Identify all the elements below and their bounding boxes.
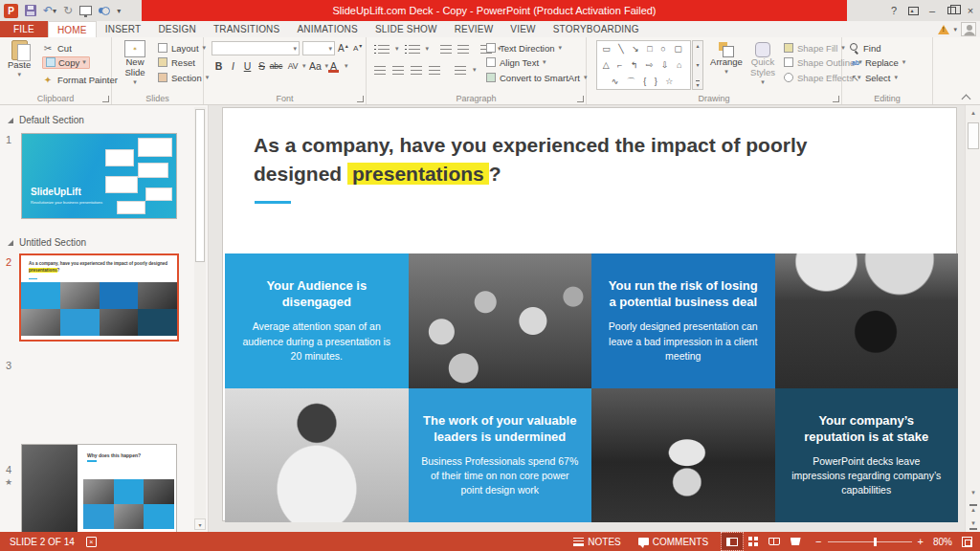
tab-view[interactable]: VIEW <box>501 21 544 37</box>
zoom-out-button[interactable]: − <box>815 536 821 547</box>
zoom-slider[interactable] <box>828 541 912 542</box>
zoom-slider-thumb[interactable] <box>874 538 877 546</box>
scroll-down-button[interactable]: ▾ <box>966 485 980 499</box>
tab-review[interactable]: REVIEW <box>446 21 502 37</box>
photo-thumbs-down[interactable] <box>591 388 775 523</box>
grow-font-button[interactable]: A▴ <box>338 41 348 55</box>
numbering-icon[interactable] <box>409 45 420 54</box>
shapes-more-icon[interactable]: ▾ <box>696 80 699 88</box>
align-left-icon[interactable] <box>374 66 386 75</box>
replace-button[interactable]: ab Replace ▾ <box>850 55 905 69</box>
drawing-dialog-launcher[interactable] <box>833 96 839 102</box>
new-slide-button[interactable]: ✶ New Slide ▾ <box>120 40 150 86</box>
tab-file[interactable]: FILE <box>0 21 48 37</box>
ribbon-display-options-button[interactable] <box>903 0 923 21</box>
tab-insert[interactable]: INSERT <box>97 21 150 37</box>
reading-view-button[interactable] <box>764 533 785 550</box>
slide-1-thumbnail[interactable]: SlideUpLift Revolutionize your business … <box>21 133 177 219</box>
font-color-button[interactable]: A ▾ <box>326 59 348 73</box>
spell-check-icon[interactable]: × <box>86 537 97 547</box>
restore-button[interactable] <box>942 0 961 21</box>
align-center-icon[interactable] <box>392 66 404 75</box>
reset-button[interactable]: Reset <box>158 55 195 69</box>
comments-button[interactable]: COMMENTS <box>635 535 712 549</box>
italic-button[interactable]: I <box>226 60 240 72</box>
thumbnail-panel-scrollbar[interactable]: ▾ <box>194 107 206 530</box>
shapes-scroll-down-icon[interactable]: ▾ <box>696 61 699 68</box>
slide-3-thumbnail[interactable]: Why does this happen? <box>21 444 177 532</box>
columns-caret-icon[interactable]: ▾ <box>473 66 477 74</box>
section-header-untitled[interactable]: Untitled Section <box>8 237 86 248</box>
layout-button[interactable]: Layout ▾ <box>158 41 206 55</box>
text-shadow-button[interactable]: S <box>255 60 269 72</box>
section-header-default[interactable]: Default Section <box>8 115 84 125</box>
decrease-indent-icon[interactable] <box>440 45 452 54</box>
slide-editing-surface[interactable]: As a company, have you experienced the i… <box>222 107 957 521</box>
photo-man-despair-chalkboard[interactable] <box>775 253 959 388</box>
strikethrough-button[interactable]: abc <box>269 61 283 71</box>
tab-animations[interactable]: ANIMATIONS <box>288 21 366 37</box>
paste-button[interactable]: Paste ▾ <box>8 40 31 78</box>
font-size-combo[interactable]: ▾ <box>302 41 335 55</box>
collapse-ribbon-button[interactable] <box>962 93 970 101</box>
previous-slide-button[interactable]: ▴ <box>966 501 980 516</box>
slide-2-thumbnail-selected[interactable]: As a company, have you experienced the i… <box>19 253 179 342</box>
slide-title[interactable]: As a company, have you experienced the i… <box>254 131 828 188</box>
slideshow-view-button[interactable] <box>785 533 806 550</box>
box-reputation-at-stake[interactable]: Your company’s reputation is at stake Po… <box>775 388 959 523</box>
copy-button[interactable]: Copy ▾ <box>42 55 90 69</box>
font-name-combo[interactable]: ▾ <box>212 41 300 55</box>
tab-home[interactable]: HOME <box>48 21 97 37</box>
save-button[interactable] <box>25 5 36 16</box>
warning-caret-icon[interactable]: ▾ <box>953 26 957 33</box>
section-button[interactable]: Section ▾ <box>158 71 209 84</box>
shapes-gallery[interactable]: ▭ ╲ ↘ □ ○ ▢ △ ⌐ ↰ ⇨ ⇩ ⌂ ∿ ⌒ { } ☆ <box>596 40 691 90</box>
box-leaders-undermined[interactable]: The work of your valuable leaders is und… <box>409 388 592 523</box>
panel-scrollbar-thumb[interactable] <box>195 109 205 262</box>
box-audience-disengaged[interactable]: Your Audience is disengaged Average atte… <box>225 253 409 388</box>
tab-design[interactable]: DESIGN <box>149 21 205 37</box>
select-button[interactable]: ↖ Select ▾ <box>850 71 898 84</box>
increase-indent-icon[interactable] <box>457 45 469 54</box>
start-from-beginning-button[interactable] <box>79 6 92 15</box>
font-dialog-launcher[interactable] <box>357 96 364 102</box>
bullets-caret-icon[interactable]: ▾ <box>395 45 399 53</box>
justify-icon[interactable] <box>429 66 440 75</box>
next-slide-button[interactable]: ▾ <box>966 518 980 532</box>
notes-button[interactable]: NOTES <box>569 535 624 549</box>
text-direction-button[interactable]: Text Direction ▾ <box>486 41 562 55</box>
panel-scroll-down-icon[interactable]: ▾ <box>194 518 206 530</box>
align-right-icon[interactable] <box>411 66 422 75</box>
minimize-button[interactable]: – <box>923 0 942 21</box>
slide-sorter-view-button[interactable] <box>743 533 764 550</box>
shapes-scroll-up-icon[interactable]: ▴ <box>696 42 699 49</box>
main-vertical-scrollbar[interactable]: ▴ ▾ ▴ ▾ <box>965 105 980 532</box>
cut-button[interactable]: ✂ Cut <box>42 41 72 55</box>
undo-caret-icon[interactable]: ▾ <box>53 7 56 15</box>
underline-button[interactable]: U <box>240 60 255 72</box>
scrollbar-thumb[interactable] <box>968 122 979 149</box>
paragraph-dialog-launcher[interactable] <box>577 96 584 102</box>
change-case-button[interactable]: Aa <box>306 60 325 72</box>
user-avatar[interactable] <box>961 22 976 36</box>
share-button[interactable] <box>99 7 110 14</box>
zoom-percentage[interactable]: 80% <box>933 537 952 547</box>
customize-qat-caret-icon[interactable]: ▾ <box>117 7 121 15</box>
bold-button[interactable]: B <box>212 60 226 72</box>
close-button[interactable]: × <box>961 0 980 21</box>
shrink-font-button[interactable]: A▾ <box>353 41 362 55</box>
tab-transitions[interactable]: TRANSITIONS <box>205 21 288 37</box>
character-spacing-button[interactable]: AV <box>283 61 302 71</box>
quick-styles-button[interactable]: Quick Styles ▾ <box>746 42 780 86</box>
shapes-gallery-scroll[interactable]: ▴ ▾ ▾ <box>692 40 703 90</box>
activation-warning-icon[interactable] <box>938 25 949 34</box>
fit-slide-to-window-button[interactable] <box>962 537 972 547</box>
convert-to-smartart-button[interactable]: Convert to SmartArt ▾ <box>486 71 587 84</box>
bullets-icon[interactable] <box>378 45 390 54</box>
photo-bored-audience[interactable] <box>409 253 592 388</box>
normal-view-button[interactable] <box>722 533 743 550</box>
arrange-button[interactable]: Arrange ▾ <box>709 42 744 76</box>
align-text-button[interactable]: Align Text ▾ <box>486 55 546 69</box>
tab-storyboarding[interactable]: STORYBOARDING <box>545 21 648 37</box>
clipboard-dialog-launcher[interactable] <box>102 96 109 102</box>
